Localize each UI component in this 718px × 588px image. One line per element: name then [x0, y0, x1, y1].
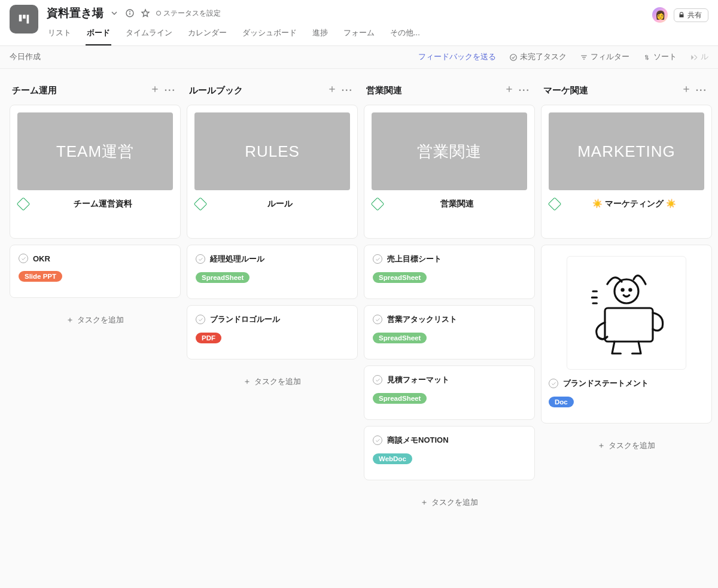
column-add-button[interactable]: [679, 83, 693, 98]
project-icon: [10, 5, 38, 33]
svg-point-5: [130, 11, 130, 12]
add-task-button[interactable]: タスクを追加: [187, 365, 358, 398]
task-card[interactable]: OKRSlide PPT: [10, 245, 181, 298]
column-2: 営業関連···営業関連営業関連売上目標シートSpreadSheet営業アタックリ…: [364, 83, 535, 519]
task-title: 商談メモNOTION: [387, 435, 449, 446]
filter-button[interactable]: フィルター: [580, 52, 629, 62]
column-title[interactable]: 営業関連: [366, 85, 502, 96]
tag-chip[interactable]: SpreadSheet: [373, 393, 427, 404]
tab-2[interactable]: タイムライン: [124, 25, 174, 45]
cover-subtitle: 営業関連: [388, 199, 526, 209]
sort-button[interactable]: ソート: [643, 52, 677, 62]
add-task-button[interactable]: タスクを追加: [541, 429, 712, 462]
cover-subtitle: ☀️ マーケティング ☀️: [565, 199, 703, 209]
add-task-button[interactable]: タスクを追加: [10, 304, 181, 336]
tag-chip[interactable]: Doc: [549, 397, 574, 407]
column-more-button[interactable]: ···: [693, 85, 710, 96]
incomplete-tasks-button[interactable]: 未完了タスク: [509, 52, 567, 62]
svg-rect-28: [605, 308, 653, 342]
topbar: 資料置き場 ステータスを設定 リストボードタイムラインカレンダーダッシュボード進…: [0, 0, 718, 46]
info-icon[interactable]: [125, 8, 135, 18]
chevron-down-icon[interactable]: [109, 8, 119, 18]
column-title[interactable]: チーム運用: [12, 85, 148, 96]
complete-toggle[interactable]: [373, 435, 382, 445]
cover-image: MARKETING: [549, 112, 704, 190]
tab-5[interactable]: 進捗: [311, 25, 329, 45]
star-icon[interactable]: [141, 8, 150, 18]
column-more-button[interactable]: ···: [516, 85, 533, 96]
column-title[interactable]: ルールブック: [189, 85, 325, 96]
svg-rect-0: [19, 15, 22, 22]
cover-image: 営業関連: [372, 112, 527, 190]
complete-toggle[interactable]: [19, 254, 28, 263]
tab-0[interactable]: リスト: [47, 25, 72, 45]
cover-card[interactable]: RULESルール: [187, 105, 358, 239]
board: チーム運用···TEAM運営チーム運営資料OKRSlide PPTタスクを追加ル…: [0, 69, 718, 588]
milestone-icon: [548, 197, 562, 211]
tag-chip[interactable]: SpreadSheet: [373, 333, 427, 343]
tab-4[interactable]: ダッシュボード: [241, 25, 298, 45]
cover-card[interactable]: MARKETING☀️ マーケティング ☀️: [541, 105, 712, 239]
task-title: 営業アタックリスト: [387, 314, 457, 325]
task-title: ブランドステートメント: [563, 378, 649, 389]
tab-6[interactable]: フォーム: [342, 25, 376, 45]
view-tabs: リストボードタイムラインカレンダーダッシュボード進捗フォームその他...: [47, 25, 652, 45]
column-add-button[interactable]: [502, 83, 516, 98]
task-card[interactable]: 営業アタックリストSpreadSheet: [364, 305, 535, 359]
svg-marker-6: [142, 10, 149, 17]
task-card[interactable]: 経理処理ルールSpreadSheet: [187, 245, 358, 299]
add-task-button[interactable]: タスクを追加: [364, 486, 535, 519]
svg-point-25: [614, 279, 638, 303]
task-card[interactable]: 見積フォーマットSpreadSheet: [364, 365, 535, 420]
column-0: チーム運用···TEAM運営チーム運営資料OKRSlide PPTタスクを追加: [10, 83, 181, 336]
board-toolbar: 今日作成 フィードバックを送る 未完了タスク フィルター ソート ル: [0, 46, 718, 69]
complete-toggle[interactable]: [196, 254, 205, 264]
task-card[interactable]: 売上目標シートSpreadSheet: [364, 245, 535, 299]
svg-point-27: [629, 289, 631, 291]
card-image: [567, 256, 686, 370]
column-more-button[interactable]: ···: [162, 85, 178, 96]
complete-toggle[interactable]: [373, 315, 382, 324]
tag-chip[interactable]: WebDoc: [373, 453, 412, 464]
tag-chip[interactable]: SpreadSheet: [373, 272, 427, 283]
column-more-button[interactable]: ···: [339, 85, 355, 96]
cover-image: RULES: [194, 112, 350, 190]
column-title[interactable]: マーケ関連: [543, 85, 679, 96]
cover-card[interactable]: 営業関連営業関連: [364, 105, 535, 239]
complete-toggle[interactable]: [373, 375, 382, 385]
task-title: 見積フォーマット: [387, 374, 449, 385]
status-set-button[interactable]: ステータスを設定: [156, 8, 221, 19]
svg-rect-2: [27, 15, 29, 24]
column-add-button[interactable]: [148, 83, 162, 98]
status-label: ステータスを設定: [163, 8, 221, 19]
task-card[interactable]: ブランドロゴルールPDF: [187, 305, 358, 359]
tag-chip[interactable]: Slide PPT: [19, 271, 62, 282]
complete-toggle[interactable]: [549, 379, 558, 388]
status-dot-icon: [156, 11, 161, 16]
tag-chip[interactable]: SpreadSheet: [196, 272, 250, 283]
column-add-button[interactable]: [325, 83, 339, 98]
feedback-link[interactable]: フィードバックを送る: [418, 52, 496, 62]
cover-card[interactable]: TEAM運営チーム運営資料: [10, 105, 181, 239]
image-card[interactable]: ブランドステートメントDoc: [541, 245, 712, 424]
rules-button-cut[interactable]: ル: [690, 52, 708, 62]
created-today-label: 今日作成: [10, 52, 41, 62]
doodle-image: [579, 265, 674, 361]
column-1: ルールブック···RULESルール経理処理ルールSpreadSheetブランドロ…: [187, 83, 358, 398]
complete-toggle[interactable]: [196, 315, 205, 324]
tab-1[interactable]: ボード: [86, 25, 111, 45]
project-title[interactable]: 資料置き場: [47, 5, 104, 21]
column-3: マーケ関連···MARKETING☀️ マーケティング ☀️ ブランドステートメ…: [541, 83, 712, 462]
task-title: ブランドロゴルール: [210, 314, 280, 325]
complete-toggle[interactable]: [373, 254, 382, 264]
tab-7[interactable]: その他...: [389, 25, 421, 45]
avatar[interactable]: 👩: [652, 7, 668, 23]
tag-chip[interactable]: PDF: [196, 333, 221, 343]
task-title: 売上目標シート: [387, 254, 442, 264]
milestone-icon: [17, 197, 31, 211]
cover-image: TEAM運営: [17, 112, 173, 190]
cover-subtitle: ルール: [211, 199, 349, 209]
share-button[interactable]: 共有: [674, 8, 708, 22]
task-card[interactable]: 商談メモNOTIONWebDoc: [364, 426, 535, 480]
tab-3[interactable]: カレンダー: [187, 25, 228, 45]
